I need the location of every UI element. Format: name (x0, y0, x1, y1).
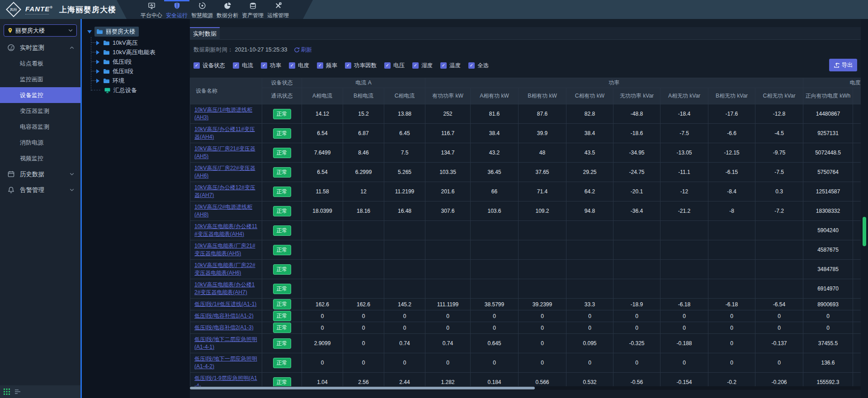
checkbox-checked-icon[interactable]: ✓ (261, 62, 267, 69)
value-cell: 0 (613, 353, 660, 373)
device-link[interactable]: 低压I段/电容补偿1(A1-2) (194, 313, 254, 319)
value-cell: 103.6 (471, 201, 519, 221)
tree-node-lv-1[interactable]: 低压I段 (82, 57, 190, 66)
device-link[interactable]: 10kV高压/办公楼11#变压器(AH4) (194, 126, 255, 140)
value-cell: -36.4 (613, 201, 660, 221)
comm-status-cell: 正常 (262, 124, 302, 143)
tree-node-hv-10kv-meters[interactable]: 10kV高压电能表 (82, 47, 190, 57)
filter-checkbox-energy[interactable]: ✓电度 (289, 62, 309, 70)
checkbox-checked-icon[interactable]: ✓ (468, 62, 475, 69)
checkbox-checked-icon[interactable]: ✓ (233, 62, 239, 69)
device-link[interactable]: 10kV高压/办公楼12#变压器(AH7) (194, 184, 255, 198)
collapse-arrow-icon[interactable] (96, 41, 99, 45)
export-button[interactable]: 导出 (829, 59, 857, 71)
expand-arrow-icon[interactable] (87, 30, 92, 33)
sidebar-item-history[interactable]: 历史数据 (0, 166, 80, 182)
device-link[interactable]: 10kV高压电能表/办公楼11#变压器电能表(AH4) (194, 223, 257, 237)
sidebar-item-realtime[interactable]: 实时监测 (0, 40, 80, 56)
checkbox-checked-icon[interactable]: ✓ (412, 62, 419, 69)
nav-item-energy[interactable]: 智慧能源 (191, 0, 213, 19)
nav-item-safety[interactable]: 安全运行 (166, 0, 188, 19)
tree-node-summary[interactable]: 汇总设备 (82, 85, 190, 95)
value-cell: -0.56 (613, 373, 660, 387)
filter-checkbox-power-factor[interactable]: ✓功率因数 (345, 62, 377, 70)
filter-checkbox-frequency[interactable]: ✓频率 (317, 62, 337, 70)
value-cell: 14.12 (302, 104, 343, 124)
value-cell: -17.6 (708, 104, 755, 124)
filter-checkbox-temperature[interactable]: ✓温度 (440, 62, 461, 70)
tree-node-root[interactable]: 丽婴房大楼 (82, 26, 190, 37)
collapse-arrow-icon[interactable] (96, 50, 99, 55)
comm-status-cell: 正常 (262, 143, 302, 163)
filter-checkbox-select-all[interactable]: ✓全选 (468, 62, 489, 70)
status-badge: 正常 (273, 128, 291, 139)
device-link[interactable]: 10kV高压电能表/厂房22#变压器电能表(AH6) (194, 262, 255, 276)
site-select[interactable]: 丽婴房大楼 (4, 24, 77, 37)
filter-checkbox-current[interactable]: ✓电流 (233, 62, 253, 70)
value-cell: 6.45 (384, 124, 425, 143)
value-cell: 0 (660, 353, 708, 373)
value-cell: -6.15 (708, 163, 755, 182)
spacer-cell (853, 143, 861, 163)
value-cell: 29.25 (566, 163, 613, 182)
filter-checkbox-voltage[interactable]: ✓电压 (384, 62, 405, 70)
sidebar-item-alarm[interactable]: 告警管理 (0, 182, 80, 198)
filter-checkbox-power[interactable]: ✓功率 (261, 62, 281, 70)
value-cell: 0 (755, 322, 803, 334)
value-cell: -4.5 (755, 124, 803, 143)
device-link[interactable]: 10kV高压电能表/厂房21#变压器电能表(AH5) (194, 243, 255, 257)
grid-dots-icon[interactable] (4, 389, 10, 395)
vertical-scrollbar-thumb[interactable] (863, 217, 866, 246)
sidebar-item-fire-power[interactable]: 消防电源 (0, 135, 80, 150)
main-content: 实时数据 数据刷新时间： 2021-10-27 15:25:33 刷新 ✓设备状… (190, 19, 861, 398)
sidebar-item-transformer[interactable]: 变压器监测 (0, 103, 80, 119)
value-cell (660, 221, 708, 240)
nav-item-analysis[interactable]: 数据分析 (217, 0, 238, 19)
filter-checkbox-device-status[interactable]: ✓设备状态 (193, 62, 225, 70)
device-link[interactable]: 10kV高压/厂房22#变压器(AH6) (194, 165, 255, 179)
device-name-cell: 低压I段/电容补偿2(A1-3) (190, 322, 262, 334)
horizontal-scrollbar-thumb[interactable] (190, 387, 535, 389)
value-cell: 1.282 (425, 373, 471, 387)
device-link[interactable]: 低压I段/1-9层应急照明(A1-4- (194, 375, 257, 386)
checkbox-checked-icon[interactable]: ✓ (384, 62, 391, 69)
nav-item-ops[interactable]: 运维管理 (267, 0, 289, 19)
value-cell (566, 240, 613, 260)
collapse-arrow-icon[interactable] (96, 79, 99, 83)
tree-node-lv-2[interactable]: 低压II段 (82, 66, 190, 76)
sidebar-item-video[interactable]: 视频监控 (0, 150, 80, 166)
collapse-arrow-icon[interactable] (96, 60, 99, 64)
device-link[interactable]: 低压I段/电容补偿2(A1-3) (194, 324, 254, 331)
list-icon[interactable] (14, 389, 21, 394)
checkbox-checked-icon[interactable]: ✓ (289, 62, 295, 69)
checkbox-checked-icon[interactable]: ✓ (317, 62, 323, 69)
value-cell: 0 (708, 322, 755, 334)
device-link[interactable]: 低压I段/地下一层应急照明(A1-4-2) (194, 356, 257, 370)
value-cell: 0 (519, 353, 566, 373)
value-cell: 0 (425, 310, 471, 322)
collapse-arrow-icon[interactable] (96, 69, 99, 74)
tree-node-env[interactable]: 环境 (82, 76, 190, 85)
device-link[interactable]: 10kV高压/2#电源进线柜(AH8) (194, 204, 252, 218)
checkbox-checked-icon[interactable]: ✓ (440, 62, 447, 69)
filter-checkbox-humidity[interactable]: ✓湿度 (412, 62, 433, 70)
value-cell: 0 (708, 353, 755, 373)
sidebar-item-site-board[interactable]: 站点看板 (0, 56, 80, 71)
checkbox-checked-icon[interactable]: ✓ (345, 62, 351, 69)
tree-connector-dash (91, 42, 96, 43)
device-link[interactable]: 低压I段/地下二层应急照明(A1-4-1) (194, 336, 257, 350)
device-link[interactable]: 低压I段/1#低压进线(A1-1) (194, 301, 256, 307)
nav-item-platform[interactable]: 平台中心 (141, 0, 162, 19)
nav-item-asset[interactable]: 资产管理 (242, 0, 264, 19)
device-link[interactable]: 10kV高压/1#电源进线柜(AH3) (194, 107, 252, 121)
refresh-button[interactable]: 刷新 (294, 46, 312, 54)
value-cell: 82.8 (566, 104, 613, 124)
sidebar-item-device[interactable]: 设备监控 (0, 87, 80, 103)
tree-node-hv-10kv[interactable]: 10kV高压 (82, 38, 190, 47)
tab-realtime-data[interactable]: 实时数据 (190, 27, 220, 40)
device-link[interactable]: 10kV高压电能表/办公楼12#变压器电能表(AH7) (194, 281, 255, 295)
checkbox-checked-icon[interactable]: ✓ (193, 62, 200, 69)
sidebar-item-screen[interactable]: 监控画面 (0, 71, 80, 87)
sidebar-item-capacitor[interactable]: 电容器监测 (0, 119, 80, 135)
device-link[interactable]: 10kV高压/厂房21#变压器(AH5) (194, 145, 255, 159)
